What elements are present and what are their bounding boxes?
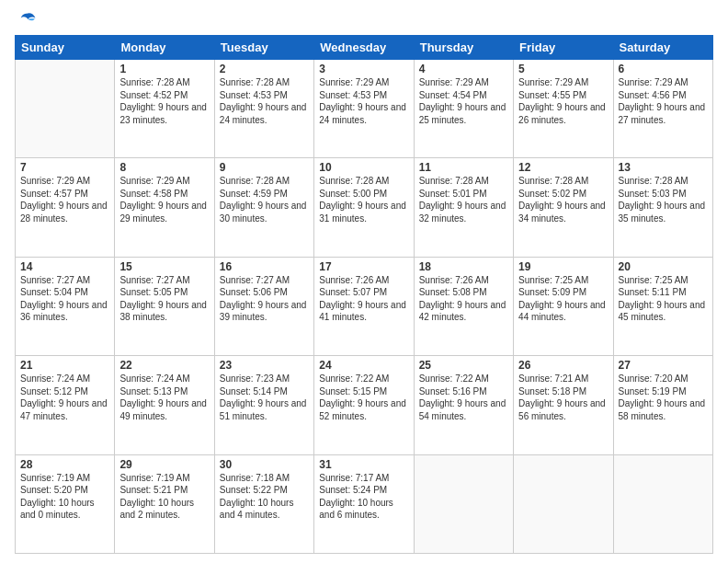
cell-info: Sunrise: 7:25 AMSunset: 5:09 PMDaylight:… — [518, 274, 608, 324]
col-header-friday: Friday — [514, 36, 613, 60]
cell-day-number: 9 — [220, 161, 309, 174]
calendar-cell: 22Sunrise: 7:24 AMSunset: 5:13 PMDayligh… — [115, 356, 214, 454]
cell-day-number: 22 — [119, 359, 209, 372]
calendar-cell: 9Sunrise: 7:28 AMSunset: 4:59 PMDaylight… — [214, 158, 313, 257]
cell-info: Sunrise: 7:22 AMSunset: 5:16 PMDaylight:… — [419, 373, 508, 422]
col-header-wednesday: Wednesday — [314, 36, 414, 60]
cell-info: Sunrise: 7:23 AMSunset: 5:14 PMDaylight:… — [220, 373, 309, 422]
cell-day-number: 19 — [518, 260, 608, 273]
cell-info: Sunrise: 7:28 AMSunset: 5:00 PMDaylight:… — [319, 175, 408, 224]
calendar-cell: 12Sunrise: 7:28 AMSunset: 5:02 PMDayligh… — [514, 158, 613, 257]
calendar-cell: 11Sunrise: 7:28 AMSunset: 5:01 PMDayligh… — [414, 158, 513, 257]
calendar-table: SundayMondayTuesdayWednesdayThursdayFrid… — [15, 35, 713, 554]
col-header-monday: Monday — [115, 36, 214, 60]
cell-info: Sunrise: 7:20 AMSunset: 5:19 PMDaylight:… — [619, 373, 708, 422]
cell-day-number: 6 — [619, 63, 708, 75]
week-row-3: 14Sunrise: 7:27 AMSunset: 5:04 PMDayligh… — [16, 257, 713, 355]
cell-info: Sunrise: 7:29 AMSunset: 4:55 PMDaylight:… — [518, 76, 608, 126]
calendar-cell: 10Sunrise: 7:28 AMSunset: 5:00 PMDayligh… — [314, 158, 414, 257]
cell-info: Sunrise: 7:29 AMSunset: 4:57 PMDaylight:… — [20, 175, 109, 224]
calendar-cell: 15Sunrise: 7:27 AMSunset: 5:05 PMDayligh… — [115, 257, 214, 355]
col-header-thursday: Thursday — [414, 36, 513, 60]
cell-day-number: 28 — [20, 458, 109, 471]
cell-day-number: 27 — [619, 359, 708, 372]
cell-info: Sunrise: 7:17 AMSunset: 5:24 PMDaylight:… — [319, 472, 408, 522]
cell-info: Sunrise: 7:29 AMSunset: 4:58 PMDaylight:… — [119, 175, 209, 224]
calendar-cell: 17Sunrise: 7:26 AMSunset: 5:07 PMDayligh… — [314, 257, 414, 355]
cell-info: Sunrise: 7:27 AMSunset: 5:04 PMDaylight:… — [20, 274, 109, 324]
cell-info: Sunrise: 7:22 AMSunset: 5:15 PMDaylight:… — [319, 373, 408, 422]
calendar-header-row: SundayMondayTuesdayWednesdayThursdayFrid… — [16, 36, 713, 60]
col-header-sunday: Sunday — [16, 36, 115, 60]
cell-info: Sunrise: 7:28 AMSunset: 5:01 PMDaylight:… — [419, 175, 508, 224]
cell-day-number: 3 — [319, 63, 408, 75]
cell-day-number: 23 — [220, 359, 309, 372]
cell-info: Sunrise: 7:24 AMSunset: 5:12 PMDaylight:… — [20, 373, 109, 422]
cell-day-number: 7 — [20, 161, 109, 174]
cell-day-number: 2 — [220, 63, 309, 75]
cell-day-number: 16 — [220, 260, 309, 273]
calendar-cell: 23Sunrise: 7:23 AMSunset: 5:14 PMDayligh… — [214, 356, 313, 454]
calendar-cell: 21Sunrise: 7:24 AMSunset: 5:12 PMDayligh… — [16, 356, 115, 454]
cell-day-number: 8 — [119, 161, 209, 174]
calendar-cell — [514, 454, 613, 553]
calendar-cell: 4Sunrise: 7:29 AMSunset: 4:54 PMDaylight… — [414, 60, 513, 158]
calendar-cell: 31Sunrise: 7:17 AMSunset: 5:24 PMDayligh… — [314, 454, 414, 553]
calendar-cell: 2Sunrise: 7:28 AMSunset: 4:53 PMDaylight… — [214, 60, 313, 158]
calendar-cell: 24Sunrise: 7:22 AMSunset: 5:15 PMDayligh… — [314, 356, 414, 454]
week-row-4: 21Sunrise: 7:24 AMSunset: 5:12 PMDayligh… — [16, 356, 713, 454]
cell-day-number: 11 — [419, 161, 508, 174]
cell-info: Sunrise: 7:27 AMSunset: 5:06 PMDaylight:… — [220, 274, 309, 324]
cell-info: Sunrise: 7:25 AMSunset: 5:11 PMDaylight:… — [619, 274, 708, 324]
cell-day-number: 14 — [20, 260, 109, 273]
cell-day-number: 13 — [619, 161, 708, 174]
cell-info: Sunrise: 7:21 AMSunset: 5:18 PMDaylight:… — [518, 373, 608, 422]
calendar-cell — [613, 454, 712, 553]
calendar-cell: 1Sunrise: 7:28 AMSunset: 4:52 PMDaylight… — [115, 60, 214, 158]
calendar-cell: 13Sunrise: 7:28 AMSunset: 5:03 PMDayligh… — [613, 158, 712, 257]
logo-bird-icon — [17, 9, 37, 29]
cell-info: Sunrise: 7:19 AMSunset: 5:20 PMDaylight:… — [20, 472, 109, 522]
cell-info: Sunrise: 7:27 AMSunset: 5:05 PMDaylight:… — [119, 274, 209, 324]
calendar-cell: 25Sunrise: 7:22 AMSunset: 5:16 PMDayligh… — [414, 356, 513, 454]
page-header — [15, 9, 713, 29]
calendar-cell: 26Sunrise: 7:21 AMSunset: 5:18 PMDayligh… — [514, 356, 613, 454]
calendar-cell: 7Sunrise: 7:29 AMSunset: 4:57 PMDaylight… — [16, 158, 115, 257]
cell-day-number: 21 — [20, 359, 109, 372]
cell-info: Sunrise: 7:18 AMSunset: 5:22 PMDaylight:… — [220, 472, 309, 522]
cell-info: Sunrise: 7:19 AMSunset: 5:21 PMDaylight:… — [119, 472, 209, 522]
calendar-cell: 27Sunrise: 7:20 AMSunset: 5:19 PMDayligh… — [613, 356, 712, 454]
cell-info: Sunrise: 7:26 AMSunset: 5:07 PMDaylight:… — [319, 274, 408, 324]
cell-day-number: 25 — [419, 359, 508, 372]
calendar-cell: 16Sunrise: 7:27 AMSunset: 5:06 PMDayligh… — [214, 257, 313, 355]
cell-info: Sunrise: 7:28 AMSunset: 4:59 PMDaylight:… — [220, 175, 309, 224]
cell-day-number: 4 — [419, 63, 508, 75]
cell-day-number: 10 — [319, 161, 408, 174]
cell-day-number: 26 — [518, 359, 608, 372]
calendar-cell: 28Sunrise: 7:19 AMSunset: 5:20 PMDayligh… — [16, 454, 115, 553]
calendar-page: SundayMondayTuesdayWednesdayThursdayFrid… — [0, 0, 728, 563]
week-row-2: 7Sunrise: 7:29 AMSunset: 4:57 PMDaylight… — [16, 158, 713, 257]
week-row-5: 28Sunrise: 7:19 AMSunset: 5:20 PMDayligh… — [16, 454, 713, 553]
cell-day-number: 24 — [319, 359, 408, 372]
logo — [15, 9, 37, 29]
cell-day-number: 5 — [518, 63, 608, 75]
cell-info: Sunrise: 7:28 AMSunset: 5:03 PMDaylight:… — [619, 175, 708, 224]
week-row-1: 1Sunrise: 7:28 AMSunset: 4:52 PMDaylight… — [16, 60, 713, 158]
cell-info: Sunrise: 7:28 AMSunset: 4:52 PMDaylight:… — [119, 76, 209, 126]
cell-info: Sunrise: 7:28 AMSunset: 5:02 PMDaylight:… — [518, 175, 608, 224]
calendar-cell: 30Sunrise: 7:18 AMSunset: 5:22 PMDayligh… — [214, 454, 313, 553]
calendar-cell: 5Sunrise: 7:29 AMSunset: 4:55 PMDaylight… — [514, 60, 613, 158]
cell-day-number: 20 — [619, 260, 708, 273]
cell-day-number: 18 — [419, 260, 508, 273]
calendar-cell: 14Sunrise: 7:27 AMSunset: 5:04 PMDayligh… — [16, 257, 115, 355]
col-header-saturday: Saturday — [613, 36, 712, 60]
cell-day-number: 15 — [119, 260, 209, 273]
cell-day-number: 17 — [319, 260, 408, 273]
cell-day-number: 30 — [220, 458, 309, 471]
cell-info: Sunrise: 7:24 AMSunset: 5:13 PMDaylight:… — [119, 373, 209, 422]
col-header-tuesday: Tuesday — [214, 36, 313, 60]
calendar-cell: 19Sunrise: 7:25 AMSunset: 5:09 PMDayligh… — [514, 257, 613, 355]
cell-info: Sunrise: 7:26 AMSunset: 5:08 PMDaylight:… — [419, 274, 508, 324]
calendar-cell: 29Sunrise: 7:19 AMSunset: 5:21 PMDayligh… — [115, 454, 214, 553]
